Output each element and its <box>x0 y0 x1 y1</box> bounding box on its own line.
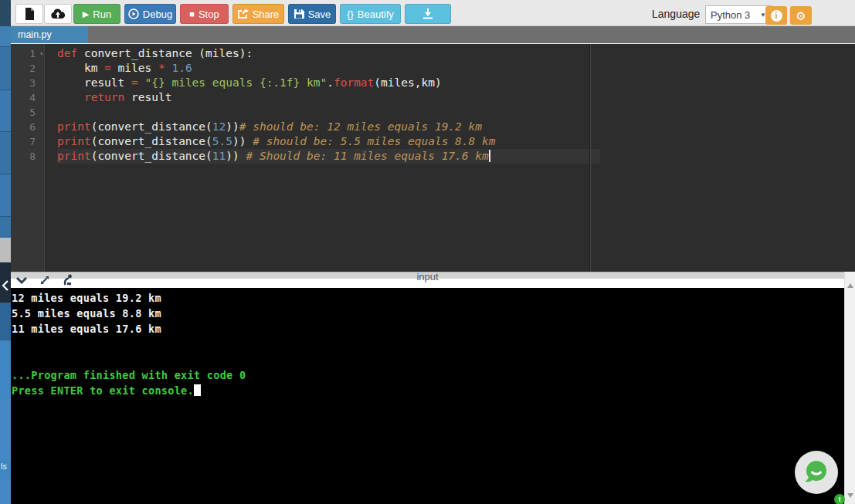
save-floppy-icon <box>293 8 304 19</box>
info-icon: i <box>771 10 782 22</box>
console-expand-icon[interactable] <box>39 274 51 286</box>
debug-button[interactable]: Debug <box>124 4 176 24</box>
sidebar-segment <box>0 174 11 216</box>
code-token: 12 <box>212 120 226 133</box>
scrollbar-down-icon[interactable] <box>847 493 853 498</box>
console-output-line <box>12 337 844 352</box>
code-token: )) <box>226 120 239 133</box>
code-line[interactable] <box>57 105 600 120</box>
debug-play-circle-icon <box>128 8 139 19</box>
chat-bubble-icon <box>801 457 832 488</box>
download-icon <box>422 8 433 19</box>
sidebar-segment <box>0 400 11 459</box>
editor-split-divider[interactable] <box>589 44 591 272</box>
code-pane[interactable]: def convert_distance (miles): km = miles… <box>45 44 600 272</box>
console-output-line: 11 miles equals 17.6 km <box>12 321 844 337</box>
code-editor[interactable]: 1▾2345678 def convert_distance (miles): … <box>11 44 855 272</box>
console-output-line <box>12 352 844 367</box>
code-line[interactable]: result = "{} miles equals {:.1f} km".for… <box>57 76 600 90</box>
code-line[interactable]: print(convert_distance(5.5)) # should be… <box>57 134 600 149</box>
sidebar-segment <box>0 90 11 131</box>
code-token: format <box>334 76 374 89</box>
collapse-sidebar-button[interactable] <box>0 269 11 303</box>
code-token: "{} miles equals {:.1f} km" <box>145 76 327 89</box>
stop-button[interactable]: ■ Stop <box>180 4 229 24</box>
code-token: result <box>124 91 171 103</box>
line-number: 5 <box>11 105 44 120</box>
code-line[interactable]: print(convert_distance(12))# should be: … <box>57 120 600 134</box>
language-label: Language <box>652 8 700 20</box>
fold-marker-icon[interactable]: ▾ <box>39 46 43 61</box>
scrollbar-up-icon[interactable] <box>847 283 853 288</box>
line-number: 7 <box>11 134 44 149</box>
run-button-label: Run <box>93 8 111 20</box>
tab-bar: main.py <box>11 26 855 44</box>
console-output-line: 5.5 miles equals 8.8 km <box>12 306 844 321</box>
code-token: * <box>158 62 165 74</box>
code-token: (miles,km) <box>374 76 441 89</box>
code-token: . <box>327 76 334 89</box>
code-line[interactable]: print(convert_distance(11)) # Should be:… <box>57 149 600 164</box>
console-cursor <box>194 384 201 396</box>
toolbar: ▶ Run Debug ■ Stop Share <box>11 0 855 26</box>
tab-main-py[interactable]: main.py <box>11 26 88 43</box>
chat-widget-button[interactable] <box>795 451 838 494</box>
console-output-line: 12 miles equals 19.2 km <box>12 290 844 306</box>
code-token: )) <box>232 135 253 147</box>
sidebar-segment <box>0 340 11 400</box>
console-splitter-bar[interactable] <box>11 272 844 279</box>
save-button[interactable]: Save <box>288 4 336 24</box>
chevron-left-icon <box>2 279 9 292</box>
line-number: 6 <box>11 120 44 134</box>
code-line[interactable]: return result <box>57 90 600 105</box>
code-token: (convert_distance( <box>91 150 212 162</box>
run-button[interactable]: ▶ Run <box>73 4 120 24</box>
code-token: print <box>57 135 91 147</box>
stop-button-label: Stop <box>198 8 219 20</box>
console-output[interactable]: 12 miles equals 19.2 km5.5 miles equals … <box>11 288 844 504</box>
stop-square-icon: ■ <box>189 9 195 19</box>
download-button[interactable] <box>405 4 451 24</box>
sidebar-segment <box>0 238 11 262</box>
console-status-line: ...Program finished with exit code 0 <box>12 367 844 383</box>
debug-button-label: Debug <box>143 8 172 20</box>
share-button[interactable]: Share <box>232 4 284 24</box>
upload-button[interactable] <box>44 4 72 24</box>
line-number-gutter: 1▾2345678 <box>11 44 45 272</box>
info-button[interactable]: i <box>765 6 787 25</box>
sidebar-partial-label[interactable]: ls <box>1 462 7 471</box>
code-token: def <box>57 47 77 59</box>
gear-icon: ⚙ <box>796 10 806 22</box>
app-window: ls ▶ Run Debug ■ Stop <box>0 0 855 504</box>
code-line[interactable]: def convert_distance (miles): <box>57 46 600 61</box>
sidebar-segment <box>0 26 11 46</box>
code-token <box>57 91 84 103</box>
chat-badge[interactable]: t <box>834 494 845 504</box>
code-token: print <box>57 120 91 133</box>
line-number: 8 <box>11 149 44 164</box>
line-number: 2 <box>11 61 44 76</box>
play-icon: ▶ <box>83 9 89 19</box>
code-token: 11 <box>212 150 226 162</box>
code-token: (convert_distance( <box>91 120 212 133</box>
sidebar-segment <box>0 0 11 26</box>
code-token: (convert_distance( <box>91 135 212 147</box>
language-select[interactable]: Python 3 ▼ <box>705 5 772 24</box>
code-token <box>138 76 145 89</box>
code-token: result <box>57 76 131 89</box>
share-icon <box>238 8 249 19</box>
beautify-button[interactable]: {} Beautify <box>340 4 401 24</box>
code-token: # should be: 5.5 miles equals 8.8 km <box>253 135 495 147</box>
code-token: = <box>104 62 111 74</box>
beautify-button-label: Beautify <box>358 8 394 20</box>
code-line[interactable]: km = miles * 1.6 <box>57 61 600 76</box>
console-collapse-icon[interactable] <box>15 276 28 285</box>
console-scrollbar[interactable] <box>844 272 855 504</box>
console-input-mode-icon[interactable] <box>62 273 74 286</box>
text-caret <box>489 150 490 162</box>
stdin-input-field[interactable] <box>11 279 844 288</box>
settings-button[interactable]: ⚙ <box>790 6 812 25</box>
sidebar-segment <box>0 480 11 504</box>
line-number: 4 <box>11 90 44 105</box>
new-file-button[interactable] <box>15 4 43 24</box>
